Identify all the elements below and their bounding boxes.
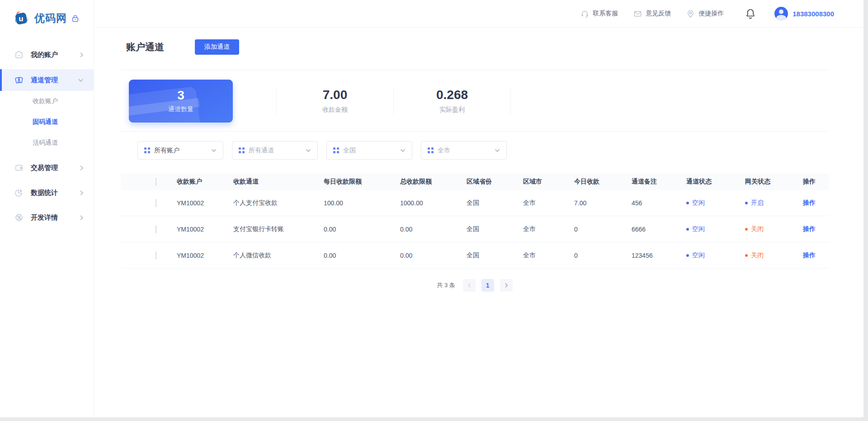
pagination: 共 3 条 1 — [121, 279, 829, 292]
column-header: 收款通道 — [233, 178, 324, 186]
stat-value: 3 — [177, 88, 184, 103]
cell-province: 全国 — [467, 225, 523, 233]
location-pin-icon — [686, 9, 695, 18]
sidebar-item-my-account[interactable]: 我的账户 — [0, 44, 94, 65]
cell-total-limit: 0.00 — [400, 226, 467, 233]
sidebar-item-label: 通道管理 — [31, 76, 78, 85]
column-header: 区域省份 — [467, 178, 523, 186]
globe-icon — [14, 213, 24, 222]
mail-icon — [633, 9, 642, 18]
category-grid-icon — [428, 147, 434, 153]
category-grid-icon — [144, 147, 150, 153]
pie-chart-icon — [14, 188, 24, 197]
pagination-total: 共 3 条 — [437, 281, 455, 289]
row-checkbox[interactable] — [156, 199, 156, 207]
brand-logo-icon: u — [14, 10, 30, 26]
table-header-row: 收款账户 收款通道 每日收款限额 总收款限额 区域省份 区域市 今日收款 通道备… — [121, 173, 829, 190]
chevron-down-icon — [306, 149, 311, 152]
chevron-right-icon — [80, 215, 84, 221]
chevron-down-icon — [78, 78, 84, 82]
main-content: 账户通道 添加通道 3 通道数量 7.00 收款金额 0.268 实际盈利 所有… — [94, 28, 863, 417]
filter-account-select[interactable]: 所有账户 — [137, 141, 223, 160]
chevron-right-icon — [80, 190, 84, 196]
cell-account: YM10002 — [177, 226, 233, 233]
cell-city: 全市 — [523, 251, 574, 260]
avatar-person-icon — [779, 9, 783, 14]
row-checkbox[interactable] — [156, 251, 156, 260]
cell-remark: 123456 — [632, 252, 686, 259]
row-action-link[interactable]: 操作 — [803, 199, 816, 206]
cell-remark: 456 — [632, 199, 686, 207]
pagination-prev-button[interactable] — [463, 279, 476, 292]
filter-province-select[interactable]: 全国 — [326, 141, 412, 160]
gateway-status-badge: 关闭 — [745, 225, 803, 233]
cell-account: YM10002 — [177, 252, 233, 259]
pagination-next-button[interactable] — [500, 279, 513, 292]
notification-bell-icon[interactable] — [745, 8, 755, 19]
row-action-link[interactable]: 操作 — [803, 251, 816, 259]
column-header: 网关状态 — [745, 178, 803, 186]
sidebar-item-data-statistics[interactable]: 数据统计 — [0, 182, 94, 203]
contact-support-link[interactable]: 联系客服 — [580, 9, 618, 18]
add-channel-button[interactable]: 添加通道 — [195, 39, 239, 55]
sidebar-item-label: 我的账户 — [31, 51, 80, 59]
sidebar-item-label: 开发详情 — [31, 213, 80, 222]
channels-table: 收款账户 收款通道 每日收款限额 总收款限额 区域省份 区域市 今日收款 通道备… — [121, 173, 829, 269]
sidebar-subitem-collection-account[interactable]: 收款账户 — [0, 91, 94, 112]
select-all-checkbox[interactable] — [156, 178, 156, 186]
sidebar-item-label: 数据统计 — [31, 189, 80, 197]
stat-divider — [510, 87, 511, 114]
cell-total-limit: 1000.00 — [400, 199, 467, 207]
status-dot — [686, 254, 689, 257]
sidebar-item-channel-management[interactable]: 通道管理 — [0, 69, 94, 91]
filter-bar: 所有账户 所有通道 全国 全市 — [137, 141, 507, 160]
stat-label: 收款金额 — [322, 106, 348, 114]
status-dot — [686, 202, 689, 204]
cell-today-amount: 7.00 — [574, 199, 632, 207]
column-header: 今日收款 — [574, 178, 632, 186]
row-action-link[interactable]: 操作 — [803, 225, 816, 232]
chevron-down-icon — [400, 149, 406, 152]
cell-city: 全市 — [523, 225, 574, 233]
status-dot — [745, 228, 748, 231]
sidebar-subitem-fixed-code-channel[interactable]: 固码通道 — [0, 112, 94, 132]
vertical-scrollbar[interactable] — [863, 0, 868, 417]
chevron-right-icon — [80, 52, 84, 58]
logo[interactable]: u 优码网 — [0, 0, 94, 26]
row-checkbox[interactable] — [156, 225, 156, 233]
quick-actions-link[interactable]: 便捷操作 — [686, 9, 724, 18]
svg-text:u: u — [19, 14, 23, 23]
pagination-page-1-button[interactable]: 1 — [481, 279, 494, 292]
filter-channel-select[interactable]: 所有通道 — [232, 141, 318, 160]
cards-icon — [14, 76, 24, 85]
cell-channel: 个人微信收款 — [233, 251, 324, 260]
category-grid-icon — [239, 147, 245, 153]
sidebar-item-transaction-management[interactable]: 交易管理 — [0, 157, 94, 178]
headset-icon — [580, 9, 589, 18]
horizontal-scrollbar[interactable] — [0, 417, 868, 421]
stat-value: 0.268 — [436, 88, 468, 102]
filter-city-select[interactable]: 全市 — [421, 141, 507, 160]
cell-channel: 个人支付宝收款 — [233, 199, 324, 207]
user-phone-number[interactable]: 18383008300 — [793, 10, 834, 18]
chevron-right-icon — [80, 165, 84, 171]
column-header: 每日收款限额 — [324, 178, 400, 186]
divider — [121, 131, 829, 132]
cell-today-amount: 0 — [574, 252, 632, 259]
column-header: 通道备注 — [632, 178, 686, 186]
stat-label: 实际盈利 — [439, 106, 465, 114]
chevron-down-icon — [495, 149, 500, 152]
category-grid-icon — [333, 147, 339, 153]
gateway-status-badge: 关闭 — [745, 251, 803, 260]
brand-name: 优码网 — [34, 11, 67, 25]
user-avatar[interactable] — [774, 7, 788, 20]
sidebar-subitem-live-code-channel[interactable]: 活码通道 — [0, 132, 94, 153]
feedback-link[interactable]: 意见反馈 — [633, 9, 671, 18]
column-header: 区域市 — [523, 178, 574, 186]
table-row: YM10002 支付宝银行卡转账 0.00 0.00 全国 全市 0 6666 … — [121, 216, 829, 242]
topbar: 联系客服 意见反馈 便捷操作 18383008300 — [94, 0, 863, 28]
sidebar-item-developer-details[interactable]: 开发详情 — [0, 207, 94, 228]
column-header: 收款账户 — [177, 178, 233, 186]
chevron-down-icon — [211, 149, 217, 152]
lock-icon[interactable] — [71, 14, 79, 22]
